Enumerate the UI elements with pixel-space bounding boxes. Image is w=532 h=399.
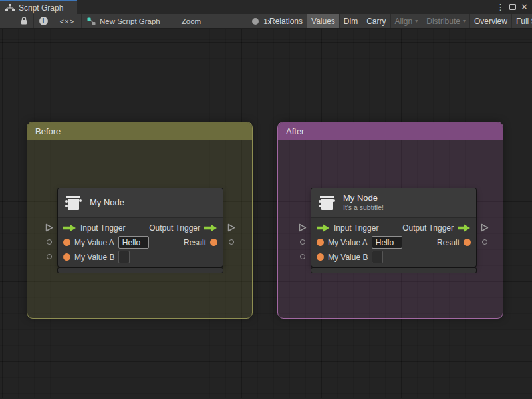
node-my-node-after[interactable]: My Node It's a subtitle! Input Trigger [311, 188, 476, 273]
node-title: My Node [343, 193, 384, 203]
value-a-port[interactable] [47, 239, 52, 245]
port-row-value-a: My Value A Hello Result [58, 235, 223, 249]
close-icon[interactable]: ✕ [521, 3, 528, 11]
window-controls: ⋮ ✕ [496, 0, 532, 14]
toolbar-right-group: Relations Values Dim Carry Align ▾ Distr… [265, 14, 532, 28]
group-before-label: Before [35, 126, 61, 136]
relations-button[interactable]: Relations [265, 14, 307, 28]
result-port[interactable] [482, 239, 487, 245]
maximize-icon[interactable] [509, 4, 516, 10]
value-port-icon[interactable] [317, 253, 324, 261]
overview-label: Overview [474, 17, 507, 26]
align-dropdown[interactable]: Align ▾ [390, 14, 422, 28]
node-header[interactable]: My Node It's a subtitle! [311, 188, 476, 218]
flow-arrow-icon[interactable] [63, 224, 76, 232]
lock-icon [20, 17, 28, 25]
value-port-icon[interactable] [210, 239, 217, 246]
chevron-down-icon: ▾ [463, 18, 466, 24]
value-a-label: My Value A [328, 238, 368, 247]
dim-button[interactable]: Dim [339, 14, 362, 28]
port-row-value-b: My Value B [58, 250, 223, 264]
values-label: Values [311, 17, 335, 26]
node-subtitle: It's a subtitle! [343, 203, 384, 213]
lock-button[interactable] [15, 14, 33, 28]
input-trigger-label: Input Trigger [80, 223, 125, 233]
script-graph-icon [87, 17, 96, 25]
tabbar-spacer [77, 0, 496, 14]
value-a-port[interactable] [300, 239, 305, 245]
node-body[interactable]: My Node Input Trigger Output Trig [58, 188, 223, 267]
port-row-value-b: My Value B [311, 250, 476, 264]
zoom-slider[interactable] [206, 18, 258, 25]
window-tab-bar: Script Graph ⋮ ✕ [0, 0, 532, 14]
flow-input-port[interactable] [45, 223, 53, 232]
flow-output-port[interactable] [227, 223, 235, 232]
group-before-header[interactable]: Before [27, 122, 252, 140]
node-header[interactable]: My Node [58, 188, 223, 218]
node-footer [58, 268, 223, 273]
value-b-port[interactable] [47, 254, 52, 259]
values-button[interactable]: Values [307, 14, 339, 28]
value-a-input[interactable]: Hello [118, 236, 149, 249]
dim-label: Dim [344, 17, 358, 26]
new-script-graph-label: New Script Graph [100, 17, 160, 25]
result-port[interactable] [229, 239, 234, 245]
code-view-button[interactable]: <×> [53, 14, 81, 28]
value-b-input[interactable] [118, 251, 130, 263]
value-port-icon[interactable] [464, 239, 471, 246]
relations-label: Relations [269, 17, 303, 26]
distribute-label: Distribute [426, 17, 460, 26]
tab-title: Script Graph [19, 3, 63, 13]
carry-label: Carry [366, 17, 386, 26]
value-a-label: My Value A [74, 238, 114, 247]
zoom-control: Zoom 1x [182, 17, 272, 25]
input-trigger-label: Input Trigger [334, 223, 378, 233]
flow-output-port[interactable] [481, 223, 489, 232]
node-title: My Node [90, 198, 124, 208]
value-b-label: My Value B [328, 253, 368, 262]
node-my-node-before[interactable]: My Node Input Trigger Output Trig [58, 188, 223, 273]
port-row-trigger: Input Trigger Output Trigger [58, 221, 223, 235]
value-port-icon[interactable] [63, 239, 70, 246]
result-label: Result [184, 238, 206, 247]
flow-arrow-icon[interactable] [204, 224, 217, 232]
output-trigger-label: Output Trigger [402, 223, 454, 233]
distribute-dropdown[interactable]: Distribute ▾ [422, 14, 469, 28]
port-row-value-a: My Value A Hello Result [311, 235, 476, 249]
custom-node-icon [65, 194, 83, 211]
align-label: Align [395, 17, 413, 26]
value-b-label: My Value B [74, 253, 114, 262]
chevron-down-icon: ▾ [415, 18, 418, 24]
zoom-label: Zoom [182, 17, 201, 25]
value-port-icon[interactable] [317, 239, 324, 246]
value-b-input[interactable] [372, 251, 383, 263]
full-screen-label: Full Screen [516, 17, 532, 26]
graph-hierarchy-icon [5, 4, 15, 12]
carry-button[interactable]: Carry [362, 14, 390, 28]
group-before[interactable]: Before [27, 122, 253, 319]
code-brackets-icon: <×> [60, 17, 74, 25]
group-after[interactable]: After [277, 122, 503, 319]
value-port-icon[interactable] [63, 253, 70, 261]
node-footer [311, 268, 476, 273]
graph-toolbar: i <×> New Script Graph Zoom 1x Relations… [0, 14, 532, 29]
group-after-label: After [286, 126, 304, 136]
custom-node-icon [318, 194, 336, 211]
new-script-graph-button[interactable]: New Script Graph [82, 14, 166, 28]
node-body[interactable]: My Node It's a subtitle! Input Trigger [311, 188, 476, 267]
flow-input-port[interactable] [299, 223, 307, 232]
flow-arrow-icon[interactable] [458, 224, 471, 232]
kebab-menu-icon[interactable]: ⋮ [496, 3, 505, 11]
output-trigger-label: Output Trigger [149, 223, 200, 233]
group-after-header[interactable]: After [278, 122, 503, 140]
value-b-port[interactable] [300, 254, 305, 259]
tab-script-graph[interactable]: Script Graph [0, 0, 77, 14]
overview-button[interactable]: Overview [469, 14, 511, 28]
zoom-slider-handle[interactable] [252, 18, 259, 25]
value-a-input[interactable]: Hello [372, 236, 402, 249]
flow-arrow-icon[interactable] [317, 224, 330, 232]
graph-canvas[interactable]: Before [0, 29, 532, 398]
full-screen-button[interactable]: Full Screen [511, 14, 532, 28]
info-button[interactable]: i [34, 14, 53, 28]
result-label: Result [437, 238, 460, 247]
